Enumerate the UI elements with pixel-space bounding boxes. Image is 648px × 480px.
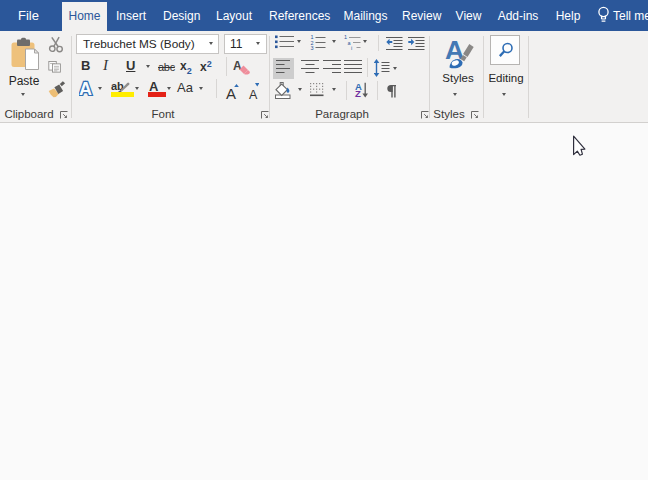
svg-text:A: A — [79, 79, 92, 96]
svg-text:3: 3 — [311, 45, 314, 50]
svg-text:i: i — [351, 45, 352, 50]
svg-text:A: A — [233, 59, 242, 73]
